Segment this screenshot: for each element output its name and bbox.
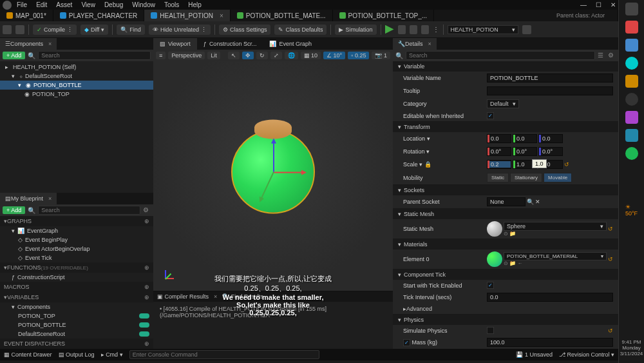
- menu-tools[interactable]: Tools: [164, 1, 179, 8]
- variable-name-input[interactable]: [487, 74, 613, 83]
- section-component-tick[interactable]: ▾ Component Tick: [393, 270, 618, 280]
- event-graph-tab[interactable]: 📊 Event Graph: [263, 38, 318, 50]
- menu-help[interactable]: Help: [188, 1, 202, 8]
- location-y-input[interactable]: 0.0: [513, 134, 537, 143]
- menu-file[interactable]: File: [17, 1, 27, 8]
- gizmo-x-axis[interactable]: [273, 172, 305, 173]
- stop-icon[interactable]: [410, 25, 417, 34]
- gizmo-y-axis[interactable]: [260, 172, 274, 201]
- variables-section[interactable]: ▾ VARIABLES⊕: [0, 292, 153, 302]
- event-dispatchers-section[interactable]: EVENT DISPATCHERS⊕: [0, 338, 153, 349]
- weather-widget[interactable]: ☀50°F: [625, 204, 638, 217]
- menu-asset[interactable]: Asset: [56, 1, 72, 8]
- tab-potion-bottle-mat[interactable]: POTION_BOTTLE_MATE...: [231, 10, 333, 21]
- section-transform[interactable]: ▾ Transform: [393, 122, 618, 132]
- play-icon[interactable]: [385, 25, 394, 34]
- compiler-results-tab[interactable]: ▣ Compiler Results: [157, 293, 209, 300]
- lit-dropdown[interactable]: Lit: [207, 52, 220, 59]
- tab-health-potion[interactable]: HEALTH_POTION×: [144, 10, 230, 21]
- coord-space-icon[interactable]: 🌐: [285, 52, 298, 59]
- mobility-stationary[interactable]: Stationary: [510, 173, 542, 182]
- rotation-y-input[interactable]: 0.0°: [513, 147, 537, 156]
- details-panel-tab[interactable]: 🔧 Details×: [393, 38, 437, 50]
- window-minimize-icon[interactable]: —: [580, 1, 587, 8]
- myblueprint-search-input[interactable]: [38, 206, 140, 215]
- viewport-tab[interactable]: ▧ Viewport: [153, 38, 197, 50]
- simulate-physics-checkbox[interactable]: [487, 327, 494, 334]
- menu-view[interactable]: View: [81, 1, 95, 8]
- tray-icon[interactable]: [625, 21, 638, 34]
- edge-icon[interactable]: [625, 57, 638, 70]
- add-component-button[interactable]: + Add: [3, 52, 25, 59]
- unsaved-badge[interactable]: 💾 1 Unsaved: [516, 351, 553, 358]
- eventgraph-item[interactable]: ▾📊 EventGraph: [0, 226, 153, 235]
- section-physics[interactable]: ▾ Physics: [393, 315, 618, 325]
- rotate-mode-icon[interactable]: ↻: [256, 52, 268, 59]
- angle-snap[interactable]: ∠ 10°: [323, 52, 345, 59]
- tray-icon[interactable]: [625, 75, 638, 88]
- viewport-options[interactable]: ≡: [156, 52, 166, 59]
- mesh-thumbnail[interactable]: [487, 221, 502, 237]
- spotify-icon[interactable]: [625, 147, 638, 160]
- location-z-input[interactable]: 0.0: [538, 134, 563, 143]
- pause-icon[interactable]: [398, 25, 406, 34]
- window-close-icon[interactable]: ✕: [611, 1, 616, 8]
- menu-edit[interactable]: Edit: [36, 1, 47, 8]
- compile-button[interactable]: ✓Compile⋮: [33, 25, 77, 35]
- class-settings-button[interactable]: ⚙Class Settings: [219, 25, 271, 35]
- gear-icon[interactable]: ⚙: [143, 206, 151, 214]
- viewport-3d[interactable]: [153, 61, 393, 291]
- location-x-input[interactable]: 0.0: [487, 134, 511, 143]
- cmd-dropdown[interactable]: ▸ Cmd ▾: [101, 351, 123, 358]
- save-icon[interactable]: [3, 25, 12, 34]
- tray-icon[interactable]: [625, 3, 638, 15]
- event-actorbeginoverlap[interactable]: ◇ Event ActorBeginOverlap: [0, 244, 153, 253]
- editable-inherited-checkbox[interactable]: ✓: [487, 112, 494, 119]
- gear-icon[interactable]: ⚙: [608, 52, 616, 59]
- scale-x-input[interactable]: 0.2: [487, 160, 511, 169]
- tab-potion-bottle-top[interactable]: POTION_BOTTLE_TOP_...: [333, 10, 435, 21]
- reset-icon[interactable]: ↺: [608, 226, 613, 232]
- components-search-input[interactable]: [38, 51, 151, 60]
- mobility-static[interactable]: Static: [487, 173, 509, 182]
- parent-socket-input[interactable]: [487, 197, 526, 206]
- console-command-input[interactable]: [129, 350, 319, 359]
- hide-unrelated-button[interactable]: 👁Hide Unrelated⋮: [149, 25, 211, 35]
- class-defaults-button[interactable]: ✎Class Defaults: [274, 25, 327, 35]
- add-blueprint-button[interactable]: + Add: [3, 206, 25, 214]
- section-materials[interactable]: ▾ Materials: [393, 239, 618, 250]
- debug-object-dropdown[interactable]: HEALTH_POTION▾: [448, 25, 518, 34]
- section-sockets[interactable]: ▾ Sockets: [393, 185, 618, 195]
- event-tick[interactable]: ◇ Event Tick: [0, 253, 153, 262]
- reset-icon[interactable]: ↺: [608, 328, 613, 334]
- components-panel-tab[interactable]: ☰ Components×: [0, 38, 57, 50]
- browse-icon[interactable]: [15, 25, 24, 34]
- tray-icon[interactable]: [625, 111, 638, 124]
- construction-script-tab[interactable]: ƒ Construction Scr...: [197, 38, 263, 50]
- start-tick-checkbox[interactable]: ✓: [487, 282, 494, 289]
- event-beginplay[interactable]: ◇ Event BeginPlay: [0, 235, 153, 244]
- functions-section[interactable]: ▾ FUNCTIONS (19 OVERRIDABLE)⊕: [0, 262, 153, 273]
- component-self[interactable]: ▸HEALTH_POTION (Self): [0, 63, 153, 72]
- component-default-scene-root[interactable]: ▾⬦ DefaultSceneRoot: [0, 72, 153, 81]
- reset-icon[interactable]: ↺: [608, 256, 613, 262]
- tray-icon[interactable]: [625, 129, 638, 142]
- camera-speed[interactable]: 📷 1: [372, 52, 390, 59]
- section-static-mesh[interactable]: ▾ Static Mesh: [393, 209, 618, 219]
- section-variable[interactable]: ▾ Variable: [393, 61, 618, 72]
- output-log-button[interactable]: ▤ Output Log: [59, 351, 95, 358]
- construction-script-item[interactable]: ƒ ConstructionScript: [0, 273, 153, 282]
- revision-control-button[interactable]: ⎇ Revision Control ▾: [559, 351, 614, 358]
- advanced-toggle[interactable]: ▸ Advanced: [393, 304, 618, 314]
- details-search-input[interactable]: [406, 51, 595, 60]
- simulation-button[interactable]: ▶Simulation: [335, 25, 376, 35]
- component-potion-top[interactable]: ◉ POTION_TOP: [0, 90, 153, 99]
- grid-snap[interactable]: ▦ 10: [301, 52, 321, 59]
- content-drawer-button[interactable]: ▦ Content Drawer: [4, 351, 52, 358]
- material-dropdown[interactable]: POTION_BOTTLE_MATERIAL▾: [504, 252, 607, 260]
- system-clock[interactable]: 9:41 PM Monday 3/11/2024: [620, 339, 643, 360]
- tooltip-input[interactable]: [487, 86, 613, 95]
- tick-interval-input[interactable]: [487, 293, 613, 302]
- var-potion-top[interactable]: POTION_TOP: [0, 311, 153, 320]
- category-dropdown[interactable]: Default▾: [487, 99, 519, 108]
